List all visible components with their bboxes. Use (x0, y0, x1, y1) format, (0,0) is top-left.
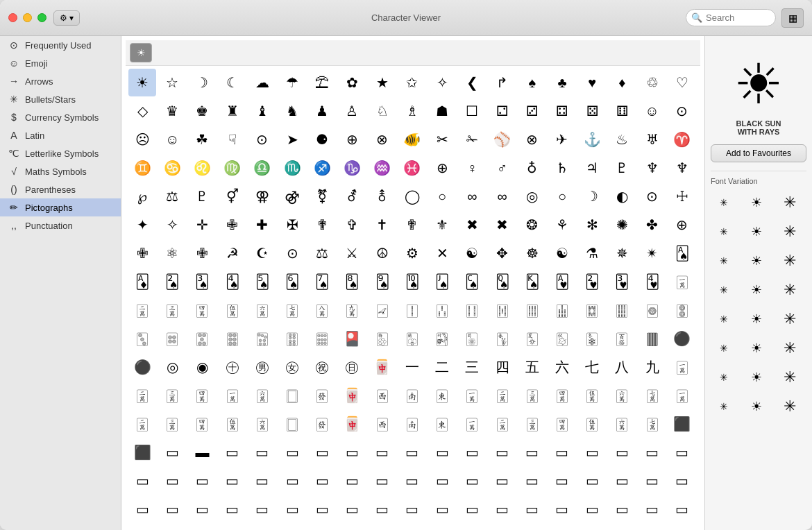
char-cell[interactable]: 五 (518, 353, 546, 381)
char-cell[interactable]: ⚜ (428, 211, 456, 239)
char-cell[interactable]: ☘ (188, 126, 216, 153)
char-cell[interactable]: ◐ (608, 182, 636, 210)
char-cell[interactable]: 🎴 (338, 325, 366, 352)
font-variant-cell[interactable]: ✳ (777, 248, 803, 274)
maximize-button[interactable] (37, 13, 46, 22)
font-variant-cell[interactable]: ☀ (743, 306, 770, 332)
char-cell[interactable]: ☐ (458, 97, 486, 125)
char-cell[interactable]: 🀊 (188, 382, 216, 409)
char-cell[interactable]: ♘ (369, 97, 396, 125)
font-variant-cell[interactable]: ☀ (743, 335, 770, 361)
char-cell[interactable]: ✕ (428, 239, 456, 267)
font-variant-cell[interactable]: ☀ (743, 189, 770, 216)
char-cell[interactable]: ▭ (428, 524, 456, 530)
char-cell[interactable]: ▭ (608, 467, 636, 495)
char-cell[interactable]: 🀂 (369, 382, 396, 409)
char-cell[interactable]: ㊐ (338, 353, 366, 381)
char-cell[interactable]: 🀉 (158, 382, 186, 409)
char-cell[interactable]: 🂤 (219, 268, 246, 296)
char-cell[interactable]: 🀜 (158, 325, 186, 352)
char-cell[interactable]: ⊙ (248, 126, 276, 153)
char-cell[interactable]: 八 (608, 353, 636, 381)
char-cell[interactable]: ▭ (308, 524, 336, 530)
char-cell[interactable]: 三 (458, 353, 486, 381)
char-cell[interactable]: ✻ (578, 211, 606, 239)
char-cell[interactable]: 🀈 (489, 382, 516, 409)
char-cell[interactable]: ◯ (398, 182, 426, 210)
char-cell[interactable]: ▭ (548, 524, 576, 530)
char-cell[interactable]: 🀩 (578, 325, 606, 352)
char-cell[interactable]: ✖ (458, 211, 486, 239)
char-cell[interactable]: ◎ (518, 182, 546, 210)
char-cell[interactable]: 🂭 (489, 268, 516, 296)
char-cell[interactable]: 🂬 (458, 268, 486, 296)
char-cell[interactable]: 🂱 (548, 268, 576, 296)
char-cell[interactable]: ▭ (578, 467, 606, 495)
char-cell[interactable]: 🀏 (338, 296, 366, 324)
char-cell[interactable]: 🀪 (608, 325, 636, 352)
char-cell[interactable]: ❂ (518, 211, 546, 239)
char-cell[interactable]: ✂ (428, 126, 456, 153)
char-cell[interactable]: ▭ (489, 438, 516, 466)
char-cell[interactable]: ▭ (308, 467, 336, 495)
char-cell[interactable]: ♍ (219, 154, 246, 182)
char-cell[interactable]: ✈ (548, 126, 576, 153)
char-cell[interactable]: ✝ (369, 211, 396, 239)
sidebar-item-punctuation[interactable]: ,, Punctuation (0, 216, 121, 234)
char-cell[interactable]: 🀄 (338, 410, 366, 438)
char-cell[interactable]: ▭ (458, 438, 486, 466)
char-cell[interactable]: ▭ (158, 524, 186, 530)
char-cell[interactable]: ♗ (398, 97, 426, 125)
font-variant-cell[interactable]: ✳ (711, 364, 737, 391)
char-cell[interactable]: ⚾ (489, 126, 516, 153)
char-cell[interactable]: ➤ (278, 126, 306, 153)
char-cell[interactable]: 🀚 (668, 296, 696, 324)
char-cell[interactable]: ♀ (458, 154, 486, 182)
char-cell[interactable]: 🀅 (308, 382, 336, 409)
char-cell[interactable]: ✩ (398, 69, 426, 96)
char-cell[interactable]: 🀐 (369, 296, 396, 324)
font-variant-cell[interactable]: ✳ (711, 219, 737, 245)
char-cell[interactable]: 🂦 (278, 268, 306, 296)
char-cell[interactable]: ○ (428, 182, 456, 210)
char-cell[interactable]: 🀇 (458, 410, 486, 438)
minimize-button[interactable] (23, 13, 32, 22)
char-cell[interactable]: ☟ (219, 126, 246, 153)
char-cell[interactable]: ▭ (638, 495, 666, 523)
char-cell[interactable]: 🀞 (219, 325, 246, 352)
char-cell[interactable]: ⚖ (308, 239, 336, 267)
grid-view-button[interactable]: ☀ (130, 43, 152, 62)
char-cell[interactable]: ⚔ (338, 239, 366, 267)
char-cell[interactable]: ⛱ (308, 69, 336, 96)
char-cell[interactable]: 🀈 (128, 296, 156, 324)
char-cell[interactable]: ⊙ (638, 182, 666, 210)
char-cell[interactable]: ⊕ (668, 211, 696, 239)
char-cell[interactable]: ▭ (428, 438, 456, 466)
char-cell[interactable]: ▭ (248, 524, 276, 530)
sidebar-item-pictographs[interactable]: ✏ Pictographs (0, 198, 121, 216)
char-cell[interactable]: ▭ (188, 524, 216, 530)
char-cell[interactable]: ♈ (668, 126, 696, 153)
char-cell[interactable]: ㊉ (219, 353, 246, 381)
char-cell[interactable]: 🀧 (518, 325, 546, 352)
char-cell[interactable]: ▭ (338, 438, 366, 466)
char-cell[interactable]: ♙ (338, 97, 366, 125)
char-cell[interactable]: 🀔 (489, 296, 516, 324)
char-cell[interactable]: ▭ (518, 495, 546, 523)
char-cell[interactable]: ⊕ (428, 154, 456, 182)
char-cell[interactable]: ▭ (219, 438, 246, 466)
char-cell[interactable]: ⬛ (668, 410, 696, 438)
char-cell[interactable]: ▭ (369, 524, 396, 530)
sidebar-toggle-button[interactable]: ▦ (781, 8, 804, 28)
char-cell[interactable]: 🀋 (578, 382, 606, 409)
char-cell[interactable]: 🀋 (578, 410, 606, 438)
char-cell[interactable]: 🀥 (458, 325, 486, 352)
char-cell[interactable]: ▭ (638, 467, 666, 495)
char-cell[interactable]: ✞ (338, 211, 366, 239)
char-cell[interactable]: ⚦ (338, 182, 366, 210)
char-cell[interactable]: ⚅ (608, 97, 636, 125)
char-cell[interactable]: 🀘 (608, 296, 636, 324)
char-cell[interactable]: ▭ (248, 438, 276, 466)
char-cell[interactable]: ⊙ (668, 97, 696, 125)
char-cell[interactable]: ㊗ (308, 353, 336, 381)
